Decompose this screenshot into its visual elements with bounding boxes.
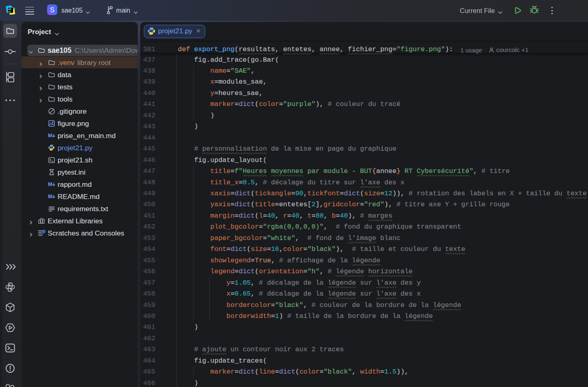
svg-text:M: M [48, 182, 52, 187]
svg-text:M: M [48, 194, 52, 199]
svg-text:M: M [48, 133, 52, 138]
